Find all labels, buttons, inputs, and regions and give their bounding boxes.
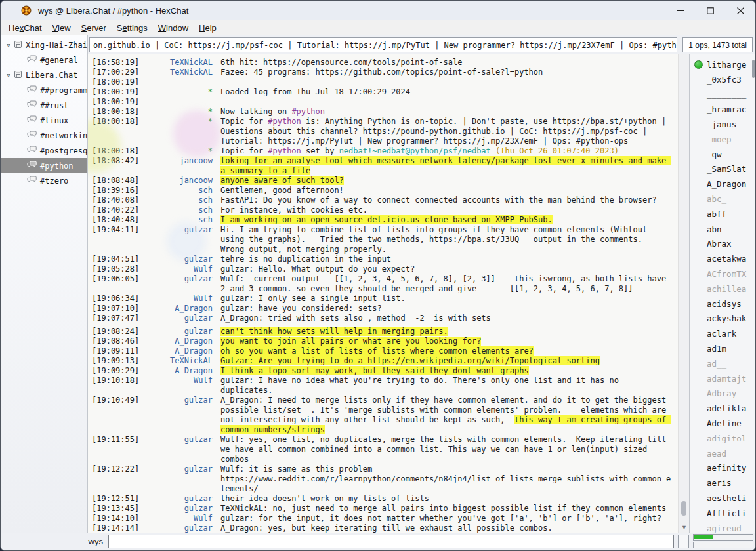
chat-message-row: [19:14:14]gulzarA_Dragon: yes, but keep … [88,523,678,533]
channel-icon [27,176,37,186]
message-text: Topic for #python is: Anything Python is… [217,117,678,146]
user-list-item[interactable]: abc_ [690,192,755,207]
channel-icon [27,85,37,95]
chat-scrollbar[interactable]: ▼ [678,54,689,533]
menu-item-help[interactable]: Help [194,22,222,34]
message-input[interactable] [108,535,674,548]
user-list-item[interactable]: aead [690,446,755,461]
user-list-item[interactable]: acidsys [690,296,755,312]
tree-expander-icon[interactable]: ▽ [3,72,14,79]
chat-message-row: [19:04:11]gulzarHi. I am trying to combi… [88,225,678,255]
user-list-item[interactable]: ad__ [690,356,755,371]
message-text: Hi. I am trying to combine list of lists… [217,225,678,255]
maximize-button[interactable] [695,1,725,20]
chat-message-row: [19:06:34]Wulfgulzar: I only see a singl… [88,294,678,304]
message-timestamp: [17:00:29] [88,68,135,77]
user-list-item[interactable]: ad1m [690,341,755,356]
user-list-item[interactable]: ackyshak [690,312,755,327]
menu-item-view[interactable]: View [47,22,76,34]
menu-item-server[interactable]: Server [76,22,112,34]
message-nick: gulzar [135,314,217,323]
message-timestamp: [18:40:08] [88,195,135,205]
user-list-item[interactable]: aefinity [690,461,755,476]
user-list-item[interactable]: litharge [690,57,755,72]
message-timestamp: [18:08:42] [88,156,135,166]
lag-meter [693,534,753,541]
message-text: oh so you want a list of lists of lists … [217,346,678,356]
message-nick: A_Dragon [135,366,217,376]
user-list-item[interactable]: _qw [690,147,755,162]
user-list-item[interactable]: Adeline [690,416,755,431]
message-timestamp: [19:10:18] [88,376,135,386]
user-list-item[interactable]: acetakwa [690,251,755,266]
user-list-item[interactable]: ________ [690,87,755,102]
user-list-item[interactable]: ACfromTX [690,266,755,281]
user-list-item[interactable]: _moep_ [690,132,755,147]
user-list-item[interactable]: A_Dragon [690,176,755,192]
tree-expander-icon[interactable]: ▽ [3,42,14,49]
menu-item-hexchat[interactable]: HexChat [3,22,47,34]
user-list-item[interactable]: adelikta [690,401,755,416]
user-list-item[interactable]: adamtajt [690,371,755,386]
close-button[interactable] [725,1,755,20]
title-bar[interactable]: wys @ Libera.Chat / #python - HexChat [1,1,755,20]
message-timestamp: [19:12:51] [88,494,135,504]
sidebar-item--programm[interactable]: ##programm [1,83,87,98]
menu-item-settings[interactable]: Settings [112,22,153,34]
message-nick: gulzar [135,504,217,514]
user-list-item[interactable]: abff [690,207,755,222]
chat-message-area[interactable]: [16:58:19]TeXNickAL6th hit: https://open… [88,54,678,533]
chat-message-row: [18:00:18]*Topic for #python is: Anythin… [88,117,678,146]
chat-message-row: [19:07:47]gulzarA_Dragon: tried with set… [88,314,678,323]
user-list-item[interactable]: Adbray [690,386,755,401]
chat-message-row: [19:12:51]gulzartheir idea doesn't work … [88,494,678,504]
minimize-button[interactable] [665,1,695,20]
tree-server-libera-chat[interactable]: ▽Libera.Chat [1,68,87,83]
scroll-down-arrow-icon[interactable]: ▼ [679,524,690,531]
message-text: Now talking on #python [217,107,678,117]
user-list[interactable]: litharge_0x5fc3_________hramrac_janus_mo… [689,54,755,533]
user-list-item[interactable]: aclark [690,326,755,341]
tree-item-label: #python [40,161,74,171]
tree-item-label: Xing-Hai-Zhai [26,41,87,50]
sidebar-item--rust[interactable]: ##rust [1,98,87,113]
input-side-box [678,535,689,548]
user-list-item[interactable]: adigitol [690,431,755,446]
message-text: Fazee: 45 programs: https://github.com/t… [217,68,678,77]
user-list-item[interactable]: aeris [690,476,755,491]
message-timestamp: [19:08:46] [88,337,135,346]
user-list-item[interactable]: _SamSlat [690,162,755,177]
chat-message-row: [18:40:48]schI am working on an open-sou… [88,215,678,225]
message-nick: gulzar [135,435,217,445]
user-list-item[interactable]: aestheti [690,491,755,506]
user-list-item[interactable]: achillea [690,281,755,296]
chat-message-row: [18:08:48]jancoowanyone aware of such to… [88,176,678,186]
message-timestamp: [19:10:49] [88,396,135,405]
sidebar-item--linux[interactable]: #linux [1,113,87,128]
topic-input[interactable]: on.github.io | CoC: https://j.mp/psf-coc… [89,37,677,52]
user-list-item[interactable]: _janus [690,117,755,132]
user-list-item[interactable]: _hramrac [690,102,755,117]
tree-server-xing-hai-zhai[interactable]: ▽Xing-Hai-Zhai [1,37,87,52]
user-list-item[interactable]: agireud [690,521,755,533]
chat-scrollbar-thumb[interactable] [681,501,686,516]
sidebar-item--python[interactable]: #python [1,158,87,173]
user-list-item[interactable]: Abrax [690,237,755,252]
user-list-item[interactable]: _0x5fc3 [690,72,755,87]
message-nick: gulzar [135,396,217,405]
sidebar-item--tzero[interactable]: #tzero [1,173,87,188]
user-list-item[interactable]: Afflicti [690,506,755,521]
user-list-item[interactable]: abn [690,222,755,237]
sidebar-item--postgresq[interactable]: #postgresq [1,143,87,158]
user-nick: acidsys [707,299,742,309]
sidebar-item--networkin[interactable]: #networkin [1,128,87,143]
user-nick: ACfromTX [707,269,746,279]
message-text: gulzar: Hello. What output do you expect… [217,264,678,274]
sidebar-item--general[interactable]: #general [1,52,87,68]
message-text: gulzar: I have no idea what you're tryin… [217,376,678,396]
chat-message-row: [19:07:10]A_Dragongulzar: have you consi… [88,304,678,314]
tree-item-label: #postgresq [40,146,87,155]
message-nick: Wulf [135,264,217,274]
menu-item-window[interactable]: Window [153,22,194,34]
chat-message-row: [19:12:22]gulzarWulf: it is same as this… [88,464,678,494]
